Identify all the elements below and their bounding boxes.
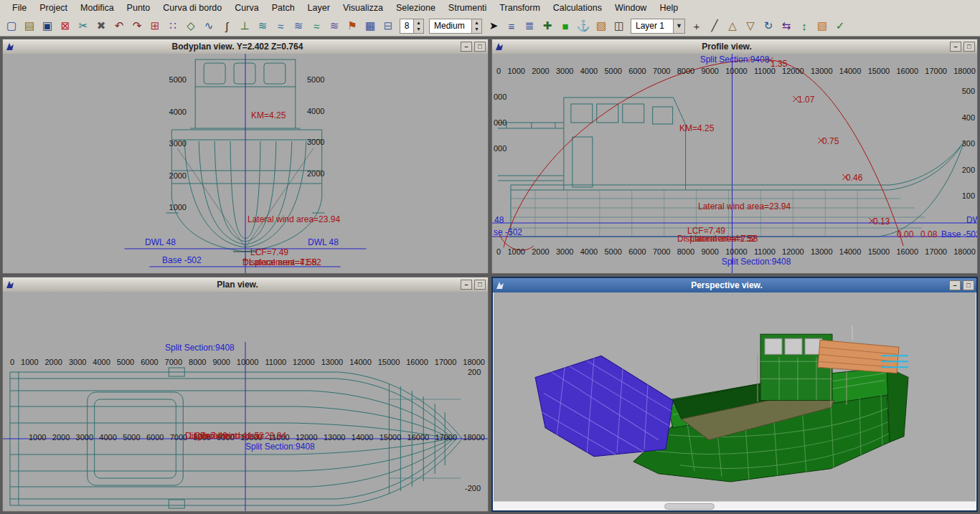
minimize-button[interactable]: –	[950, 42, 961, 52]
menu-item-transform[interactable]: Transform	[493, 1, 547, 14]
layer-color-icon[interactable]: ■	[557, 17, 574, 34]
maximize-button[interactable]: □	[474, 42, 486, 52]
menu-item-window[interactable]: Window	[608, 1, 653, 14]
check-icon[interactable]: ✓	[831, 17, 849, 34]
x-tick-18000: 18000	[953, 67, 976, 75]
precision-spinner[interactable]: 8 ▲ ▼	[400, 19, 424, 34]
km-label: KM=4.25	[679, 124, 714, 133]
menu-item-file[interactable]: File	[6, 1, 33, 14]
spin-up-icon[interactable]: ▲	[472, 19, 481, 27]
x-tick-4000: 4000	[93, 358, 110, 366]
add-layer-icon[interactable]: ✚	[539, 17, 556, 34]
shade-waves-1-icon[interactable]: ≋	[254, 17, 271, 34]
flowlines-icon[interactable]: ⚑	[344, 17, 361, 34]
profile-viewport[interactable]: Split Section:9408 010002000300040005000…	[492, 54, 977, 273]
insert-edge-icon[interactable]: ╱	[706, 17, 723, 34]
scrollbar-thumb[interactable]	[664, 503, 715, 510]
x-tick-8000: 8000	[189, 358, 206, 366]
x-tick-13000: 13000	[321, 358, 344, 366]
curvature-icon[interactable]: ∫	[218, 17, 235, 34]
split-view-icon[interactable]: ◫	[611, 17, 628, 34]
grid-icon[interactable]: ⊟	[380, 17, 397, 34]
curve-value-label: 1.35	[771, 60, 787, 69]
perspective-cube-icon[interactable]: ▧	[593, 17, 610, 34]
transform-box-icon[interactable]: ▧	[814, 17, 831, 34]
minimize-button[interactable]: –	[461, 42, 472, 52]
window-buttons: – □	[458, 42, 486, 52]
maximize-button[interactable]: □	[474, 280, 486, 290]
menu-item-patch[interactable]: Patch	[265, 1, 301, 14]
interior-edges-icon[interactable]: ◇	[182, 17, 199, 34]
perspective-viewport[interactable]	[493, 292, 976, 510]
menu-item-calculations[interactable]: Calculations	[547, 1, 608, 14]
menu-item-punto[interactable]: Punto	[121, 1, 157, 14]
cut-curve-icon[interactable]: ✂	[75, 17, 92, 34]
bodyplan-viewport[interactable]: 50004000300020001000 5000400030002000 KM…	[3, 54, 488, 273]
collapse-face-icon[interactable]: ▽	[742, 17, 759, 34]
y-tick-3000: 3000	[307, 138, 333, 146]
maximize-button[interactable]: □	[963, 42, 975, 52]
window-menu-icon[interactable]	[495, 281, 507, 290]
menu-item-layer[interactable]: Layer	[301, 1, 336, 14]
profile-bottom-axis: 0100020003000400050006000700080009000100…	[496, 247, 976, 256]
menu-item-curva[interactable]: Curva	[228, 1, 265, 14]
spin-down-icon[interactable]: ▼	[414, 26, 423, 33]
window-menu-icon[interactable]	[5, 280, 17, 290]
menu-item-strumenti[interactable]: Strumenti	[442, 1, 494, 14]
menu-item-visualizza[interactable]: Visualizza	[336, 1, 390, 14]
redo-icon[interactable]: ↷	[128, 17, 146, 34]
layer-combo[interactable]: Layer 1 ▼	[631, 19, 685, 34]
lateral-area-label: Lateral area=7.58	[690, 234, 758, 244]
new-model-icon[interactable]: ▢	[3, 17, 20, 34]
rotate-icon[interactable]: ↻	[760, 17, 777, 34]
menu-item-selezione[interactable]: Selezione	[390, 1, 442, 14]
move-point-icon[interactable]: +	[688, 17, 705, 34]
shade-waves-5-icon[interactable]: ≋	[326, 17, 343, 34]
curve-zero-label: 0.00	[897, 230, 913, 239]
control-curves-icon[interactable]: ∿	[200, 17, 217, 34]
save-model-icon[interactable]: ▣	[39, 17, 56, 34]
spin-down-icon[interactable]: ▼	[472, 26, 481, 33]
x-tick-14000: 14000	[352, 433, 374, 442]
menu-item-project[interactable]: Project	[33, 1, 74, 14]
window-menu-icon[interactable]	[494, 42, 506, 52]
window-menu-icon[interactable]	[5, 42, 17, 52]
maximize-button[interactable]: □	[963, 280, 974, 290]
dropdown-arrow-icon[interactable]: ▼	[673, 19, 684, 33]
shade-waves-4-icon[interactable]: ≈	[308, 17, 325, 34]
menu-item-help[interactable]: Help	[653, 1, 684, 14]
minimize-button[interactable]: –	[949, 280, 961, 290]
close-model-icon[interactable]: ⊠	[57, 17, 74, 34]
precision-spin-buttons[interactable]: ▲ ▼	[413, 19, 423, 33]
freeship-application: FileProjectModificaPuntoCurva di bordoCu…	[0, 0, 980, 514]
detail-combo[interactable]: Medium ▲ ▼	[429, 19, 482, 34]
undo-icon[interactable]: ↶	[110, 17, 128, 34]
detail-spin-buttons[interactable]: ▲ ▼	[471, 19, 481, 33]
new-face-icon[interactable]: △	[724, 17, 741, 34]
profile-titlebar[interactable]: Profile view. – □	[492, 39, 977, 54]
normals-icon[interactable]: ⊥	[236, 17, 253, 34]
menu-item-curva-di-bordo[interactable]: Curva di bordo	[156, 1, 228, 14]
pointer-icon[interactable]: ➤	[485, 17, 502, 34]
spin-up-icon[interactable]: ▲	[414, 19, 423, 27]
bodyplan-titlebar[interactable]: Bodyplan view. Y=2.402 Z=0.764 – □	[3, 39, 488, 54]
bodyplan-left-axis: 50004000300020001000	[161, 75, 187, 211]
horizontal-scrollbar[interactable]	[494, 501, 976, 510]
background-image-icon[interactable]: ▦	[362, 17, 379, 34]
layer-up-icon[interactable]: ≡	[503, 17, 520, 34]
scale-icon[interactable]: ↕	[796, 17, 813, 34]
minimize-button[interactable]: –	[461, 280, 472, 290]
shade-waves-3-icon[interactable]: ≋	[290, 17, 307, 34]
shade-waves-2-icon[interactable]: ≈	[272, 17, 289, 34]
perspective-titlebar[interactable]: Perspective view. – □	[493, 278, 976, 292]
anchor-icon[interactable]: ⚓	[575, 17, 592, 34]
mirror-icon[interactable]: ⇆	[778, 17, 795, 34]
plan-viewport[interactable]: Split Section:9408 010002000300040005000…	[3, 292, 488, 511]
menu-item-modifica[interactable]: Modifica	[74, 1, 121, 14]
delete-icon[interactable]: ✖	[93, 17, 110, 34]
open-model-icon[interactable]: ▤	[21, 17, 38, 34]
control-net-icon[interactable]: ∷	[164, 17, 182, 34]
layer-down-icon[interactable]: ≣	[521, 17, 538, 34]
intersections-icon[interactable]: ⊞	[146, 17, 164, 34]
plan-titlebar[interactable]: Plan view. – □	[3, 277, 488, 292]
